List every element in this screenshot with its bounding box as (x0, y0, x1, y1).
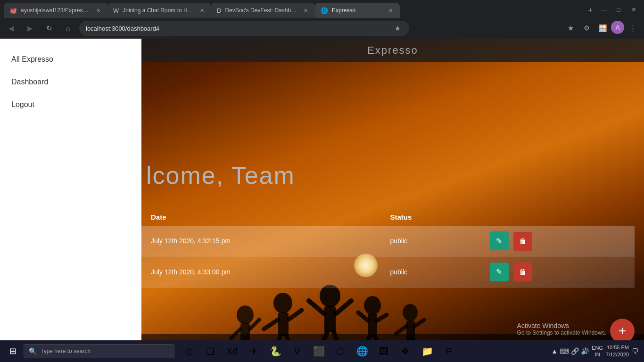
taskbar: ⊞ 🔍 Type here to search ◎❑Xd✈🐍V⬛⬡🌐🖼❖📁P ▲… (0, 340, 644, 362)
tab-favicon-2: W (113, 7, 119, 14)
tab-label-1: ayushijaiswal123/Expresso: Creat... (21, 7, 91, 14)
delete-button-1[interactable]: 🗑 (513, 263, 532, 281)
cell-status-0: public (380, 226, 479, 256)
svg-point-13 (320, 285, 340, 307)
svg-point-1 (237, 305, 254, 324)
profile-avatar[interactable]: A (611, 21, 624, 34)
cell-date-0: July 12th 2020, 4:32:15 pm (141, 226, 380, 256)
minimize-button[interactable]: — (597, 3, 610, 16)
table-row: July 12th 2020, 4:33:00 pm public ✎ 🗑 (141, 256, 635, 288)
browser-tab-4[interactable]: 🌐 Expresso ✕ (315, 3, 400, 18)
nav-item-all-expresso[interactable]: All Expresso (0, 48, 141, 71)
svg-point-19 (364, 296, 381, 315)
svg-rect-2 (240, 323, 250, 342)
svg-rect-8 (278, 313, 289, 336)
tab-close-4[interactable]: ✕ (387, 7, 394, 14)
close-button[interactable]: ✕ (627, 3, 640, 16)
taskbar-app-file-explorer[interactable]: 📁 (417, 341, 438, 362)
svg-rect-14 (324, 306, 336, 332)
col-header-actions (479, 208, 635, 226)
data-table-wrapper: Date Status July 12th 2020, 4:32:15 pm p… (141, 208, 635, 288)
nav-item-dashboard[interactable]: Dashboard (0, 71, 141, 93)
taskbar-app-telegram[interactable]: ✈ (243, 341, 264, 362)
svg-line-10 (289, 310, 302, 320)
new-tab-button[interactable]: + (584, 4, 597, 17)
taskbar-app-xd[interactable]: Xd (222, 341, 242, 362)
svg-rect-20 (368, 314, 377, 337)
app-title: Expresso (367, 44, 418, 57)
welcome-text: lcome, Team (146, 161, 295, 189)
settings-icon[interactable]: ⚙ (579, 21, 594, 36)
tab-close-3[interactable]: ✕ (302, 7, 309, 14)
more-menu-icon[interactable]: ⋮ (625, 21, 640, 36)
tray-chevron[interactable]: ▲ (551, 347, 558, 355)
tray-keyboard: ⌨ (560, 347, 569, 355)
tray-volume[interactable]: 🔊 (581, 347, 589, 355)
tab-close-1[interactable]: ✕ (94, 7, 102, 14)
tray-network[interactable]: 🔗 (571, 347, 579, 355)
edit-button-1[interactable]: ✎ (490, 263, 509, 281)
browser-tab-2[interactable]: W Joining a Chat Room to Help Wri... ✕ (107, 3, 211, 18)
svg-line-27 (396, 326, 406, 334)
taskbar-search-text: Type here to search (41, 348, 91, 354)
home-button[interactable]: ⌂ (60, 21, 75, 36)
svg-rect-26 (406, 321, 415, 340)
forward-button[interactable]: ▶ (23, 21, 38, 36)
tab-favicon-3: D (217, 7, 221, 14)
browser-tab-3[interactable]: D DevSoc's DevFest: Dashboard | D... ✕ (211, 3, 315, 18)
col-header-date: Date (141, 208, 380, 226)
tab-close-2[interactable]: ✕ (198, 7, 206, 14)
data-table: Date Status July 12th 2020, 4:32:15 pm p… (141, 208, 635, 288)
svg-point-25 (403, 304, 418, 321)
taskbar-language: ENGIN (592, 345, 603, 358)
activate-windows-notice: Activate Windows Go to Settings to activ… (517, 322, 606, 336)
maximize-button[interactable]: □ (612, 3, 625, 16)
fab-button[interactable]: + (610, 319, 635, 343)
address-bar[interactable]: localhost:3000/dashboard# ★ (79, 21, 409, 36)
taskbar-right: ▲ ⌨ 🔗 🔊 ENGIN 10:55 PM 7/12/2020 🗨 (551, 344, 642, 359)
taskbar-app-terminal[interactable]: ⬛ (308, 341, 329, 362)
svg-line-9 (264, 320, 278, 329)
extensions-icon[interactable]: 🪟 (595, 21, 610, 36)
taskbar-date: 7/12/2020 (606, 351, 629, 358)
cell-actions-0: ✎ 🗑 (479, 226, 635, 256)
edit-button-0[interactable]: ✎ (490, 231, 509, 250)
cell-actions-1: ✎ 🗑 (479, 256, 635, 288)
url-text: localhost:3000/dashboard# (86, 25, 159, 32)
activate-windows-subtitle: Go to Settings to activate Windows. (517, 329, 606, 336)
tab-label-2: Joining a Chat Room to Help Wri... (123, 7, 194, 14)
taskbar-app-photos[interactable]: 🖼 (373, 341, 394, 362)
taskbar-app-vs-code[interactable]: ⬡ (330, 341, 351, 362)
taskbar-time: 10:55 PM (606, 344, 629, 351)
taskbar-search-icon: 🔍 (29, 347, 37, 355)
back-button[interactable]: ◀ (4, 21, 19, 36)
taskbar-app-chrome[interactable]: 🌐 (352, 341, 372, 362)
svg-line-28 (415, 320, 424, 326)
bookmark-manager-icon[interactable]: ★ (563, 21, 578, 36)
bookmark-icon[interactable]: ★ (392, 23, 403, 33)
taskbar-app-python[interactable]: 🐍 (265, 341, 286, 362)
cell-status-1: public (380, 256, 479, 288)
taskbar-app-cortana[interactable]: ◎ (178, 341, 199, 362)
tab-favicon-1: 🐙 (9, 7, 17, 14)
taskbar-app-task-view[interactable]: ❑ (200, 341, 221, 362)
taskbar-app-powerpoint[interactable]: P (438, 341, 459, 362)
svg-point-7 (273, 293, 292, 313)
reload-button[interactable]: ↻ (41, 21, 57, 36)
taskbar-app-visual-studio[interactable]: V (287, 341, 307, 362)
nav-item-logout[interactable]: Logout (0, 93, 141, 116)
tab-label-4: Expresso (332, 7, 383, 14)
activate-windows-title: Activate Windows (517, 322, 606, 329)
notification-icon[interactable]: 🗨 (632, 347, 638, 355)
taskbar-search[interactable]: 🔍 Type here to search (24, 344, 174, 358)
taskbar-app-git[interactable]: ❖ (395, 341, 416, 362)
tab-favicon-4: 🌐 (321, 7, 328, 14)
tab-label-3: DevSoc's DevFest: Dashboard | D... (225, 7, 298, 14)
cell-date-1: July 12th 2020, 4:33:00 pm (141, 256, 380, 288)
delete-button-0[interactable]: 🗑 (513, 232, 532, 251)
start-button[interactable]: ⊞ (2, 340, 24, 362)
side-nav: All ExpressoDashboardLogout (0, 39, 141, 362)
browser-tab-1[interactable]: 🐙 ayushijaiswal123/Expresso: Creat... ✕ (4, 3, 107, 18)
svg-line-22 (377, 315, 387, 321)
svg-line-21 (358, 313, 368, 321)
